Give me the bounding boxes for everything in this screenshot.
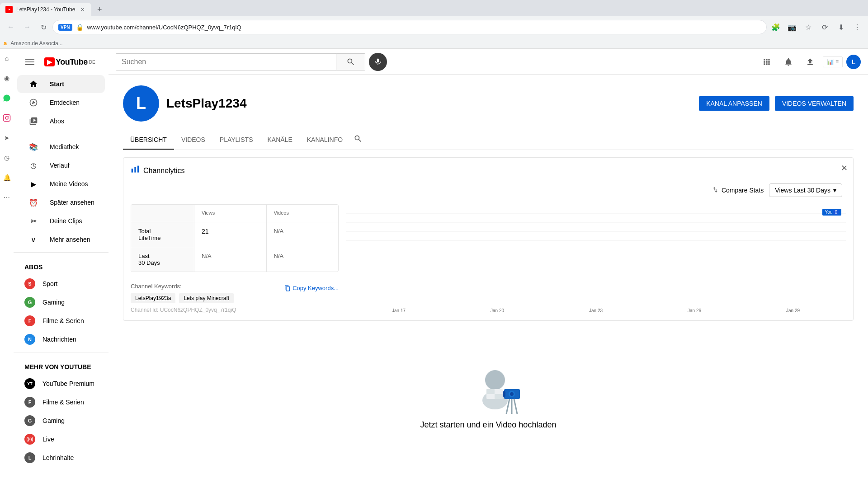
sidebar-item-meine-videos[interactable]: ▶ Meine Videos bbox=[17, 175, 105, 193]
mic-btn[interactable] bbox=[369, 53, 387, 71]
sidebar-item-filme[interactable]: F Filme & Serien bbox=[17, 312, 105, 330]
channelytics-close-btn[interactable]: ✕ bbox=[841, 163, 848, 173]
channelytics-panel: Channelytics ✕ Compare Stats Views Last … bbox=[123, 157, 854, 321]
history-btn[interactable]: ⟳ bbox=[817, 20, 832, 34]
yt-topbar: 📊 ≡ L bbox=[108, 49, 868, 75]
chart-date-2: Jan 23 bbox=[589, 308, 603, 313]
compare-icon bbox=[712, 186, 719, 195]
channelytics-topbar-label: ≡ bbox=[835, 59, 839, 65]
sidebar-item-gaming[interactable]: G Gaming bbox=[17, 293, 105, 311]
icon-home[interactable]: ⌂ bbox=[1, 53, 12, 64]
lock-icon: 🔒 bbox=[76, 23, 84, 31]
icon-instagram[interactable] bbox=[1, 113, 12, 123]
sidebar-item-lehrinhalte[interactable]: L Lehrinhalte bbox=[17, 449, 105, 467]
back-btn[interactable]: ← bbox=[4, 20, 18, 34]
chart-date-0: Jan 17 bbox=[392, 308, 406, 313]
tab-playlists[interactable]: PLAYLISTS bbox=[212, 131, 260, 150]
manage-videos-btn[interactable]: VIDEOS VERWALTEN bbox=[775, 96, 854, 111]
bell-btn[interactable] bbox=[779, 53, 797, 71]
yt-logo[interactable]: ▶ YouTube DE bbox=[44, 57, 95, 67]
sidebar-item-abos[interactable]: Abos bbox=[17, 112, 105, 130]
menu-btn[interactable]: ⋮ bbox=[850, 20, 864, 34]
sidebar-item-mehr-ansehen[interactable]: ∨ Mehr ansehen bbox=[17, 230, 105, 249]
tab-kanalinfo[interactable]: KANALINFO bbox=[300, 131, 350, 150]
hamburger-btn[interactable] bbox=[21, 53, 39, 71]
sidebar-item-yt-premium[interactable]: YT YouTube Premium bbox=[17, 375, 105, 393]
search-btn[interactable] bbox=[336, 53, 365, 70]
sidebar-item-nachrichten[interactable]: N Nachrichten bbox=[17, 330, 105, 348]
sidebar-item-clips[interactable]: ✂ Deine Clips bbox=[17, 212, 105, 230]
copy-keywords-btn[interactable]: Copy Keywords... bbox=[284, 285, 339, 291]
customize-channel-btn[interactable]: KANAL ANPASSEN bbox=[699, 96, 769, 111]
sidebar-item-label-clips: Deine Clips bbox=[50, 217, 82, 225]
channel-tabs: ÜBERSICHT VIDEOS PLAYLISTS KANÄLE KANALI… bbox=[123, 131, 854, 150]
sidebar-item-label-nachrichten: Nachrichten bbox=[42, 336, 76, 343]
lehrinhalte-avatar: L bbox=[24, 452, 35, 463]
address-text: www.youtube.com/channel/UCocN6zQPHQZ_0yv… bbox=[87, 24, 761, 31]
channel-avatar-large: L bbox=[123, 85, 159, 122]
search-input-wrap[interactable] bbox=[116, 53, 336, 70]
svg-rect-5 bbox=[25, 59, 34, 60]
nav-actions: 🧩 📷 ☆ ⟳ ⬇ ⋮ bbox=[769, 20, 864, 34]
upload-btn[interactable] bbox=[801, 53, 819, 71]
copy-keywords-label: Copy Keywords... bbox=[292, 285, 339, 291]
sidebar-item-mediathek[interactable]: 📚 Mediathek bbox=[17, 138, 105, 156]
sidebar-item-label-yt-premium: YouTube Premium bbox=[42, 380, 94, 387]
sidebar-item-label-start: Start bbox=[50, 80, 64, 88]
icon-bell[interactable]: 🔔 bbox=[1, 172, 12, 183]
tab-kanaele[interactable]: KANÄLE bbox=[260, 131, 299, 150]
screenshot-btn[interactable]: 📷 bbox=[785, 20, 799, 34]
icon-whatsapp[interactable] bbox=[1, 93, 12, 103]
extensions-btn[interactable]: 🧩 bbox=[769, 20, 783, 34]
sidebar-item-live[interactable]: ((•)) Live bbox=[17, 430, 105, 448]
sidebar-item-gaming2[interactable]: G Gaming bbox=[17, 412, 105, 430]
sidebar-item-label-filme-serien: Filme & Serien bbox=[42, 399, 84, 406]
active-tab[interactable]: LetsPlay1234 - YouTube ✕ bbox=[0, 3, 91, 16]
tab-videos[interactable]: VIDEOS bbox=[174, 131, 212, 150]
reload-btn[interactable]: ↻ bbox=[36, 20, 51, 34]
channelytics-content: Views Videos Total LifeTime bbox=[131, 204, 846, 313]
icon-arrow[interactable]: ➤ bbox=[1, 132, 12, 143]
tab-close-btn[interactable]: ✕ bbox=[79, 6, 86, 13]
yt-logo-text: YouTube bbox=[56, 57, 88, 67]
stats-last30-row: Last 30 Days N/A N/A bbox=[131, 247, 338, 272]
compare-stats-btn[interactable]: Compare Stats bbox=[712, 186, 764, 195]
sidebar-item-entdecken[interactable]: Entdecken bbox=[17, 94, 105, 112]
stats-table: Views Videos Total LifeTime bbox=[131, 204, 339, 272]
topbar-right: 📊 ≡ L bbox=[758, 53, 861, 71]
channel-header: L LetsPlay1234 KANAL ANPASSEN VIDEOS VER… bbox=[123, 85, 854, 122]
icon-more[interactable]: ⋯ bbox=[1, 192, 12, 203]
sidebar-item-spaeter[interactable]: ⏰ Später ansehen bbox=[17, 193, 105, 211]
stats-cell-empty bbox=[131, 205, 194, 222]
sidebar-item-sport[interactable]: S Sport bbox=[17, 275, 105, 293]
sidebar-item-verlauf[interactable]: ◷ Verlauf bbox=[17, 156, 105, 174]
empty-illustration bbox=[461, 355, 515, 409]
sidebar-item-filme-serien[interactable]: F Filme & Serien bbox=[17, 393, 105, 411]
icon-explore[interactable]: ◉ bbox=[1, 73, 12, 84]
channelytics-topbar-btn[interactable]: 📊 ≡ bbox=[823, 56, 843, 67]
nav-bar: ← → ↻ VPN 🔒 www.youtube.com/channel/UCoc… bbox=[0, 16, 868, 38]
icon-clock[interactable]: ◷ bbox=[1, 152, 12, 163]
address-bar[interactable]: VPN 🔒 www.youtube.com/channel/UCocN6zQPH… bbox=[52, 20, 767, 34]
channel-area: L LetsPlay1234 KANAL ANPASSEN VIDEOS VER… bbox=[108, 75, 868, 122]
filme-serien-avatar: F bbox=[24, 397, 35, 408]
grid-btn[interactable] bbox=[758, 53, 776, 71]
new-tab-btn[interactable]: + bbox=[93, 3, 106, 16]
sidebar-item-start[interactable]: Start bbox=[17, 75, 105, 93]
channel-search-btn[interactable] bbox=[350, 131, 366, 150]
forward-btn[interactable]: → bbox=[20, 20, 34, 34]
gaming2-avatar: G bbox=[24, 415, 35, 426]
my-videos-icon: ▶ bbox=[28, 178, 39, 189]
download-btn[interactable]: ⬇ bbox=[834, 20, 848, 34]
search-input[interactable] bbox=[122, 58, 330, 66]
live-avatar: ((•)) bbox=[24, 434, 35, 445]
compare-stats-label: Compare Stats bbox=[722, 187, 764, 194]
watch-later-icon: ⏰ bbox=[28, 197, 39, 208]
bookmark-btn[interactable]: ☆ bbox=[801, 20, 816, 34]
svg-rect-9 bbox=[134, 167, 136, 173]
tab-uebersicht[interactable]: ÜBERSICHT bbox=[123, 131, 174, 150]
sidebar-item-label-filme: Filme & Serien bbox=[42, 317, 84, 324]
user-avatar-btn[interactable]: L bbox=[846, 55, 861, 69]
sidebar-item-label-gaming2: Gaming bbox=[42, 417, 65, 424]
views-dropdown[interactable]: Views Last 30 Days ▾ bbox=[769, 183, 842, 197]
